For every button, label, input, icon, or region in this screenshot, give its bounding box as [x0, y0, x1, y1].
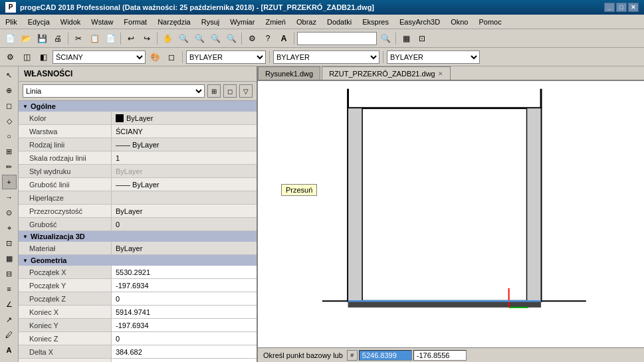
- minimize-button[interactable]: _: [604, 3, 615, 12]
- props-icon1[interactable]: ⊞: [207, 84, 221, 98]
- layer-icon2[interactable]: ◫: [19, 50, 34, 64]
- zoom-window-button[interactable]: 🔍: [192, 31, 207, 46]
- undo-button[interactable]: ↩: [124, 31, 138, 46]
- status-hash-button[interactable]: #: [347, 350, 358, 361]
- lineweight-select[interactable]: BYLAYER: [387, 50, 480, 64]
- menu-wstaw[interactable]: Wstaw: [86, 15, 118, 29]
- plus-tool[interactable]: +: [2, 175, 17, 189]
- close-button[interactable]: ✕: [628, 3, 639, 12]
- help-button[interactable]: ?: [261, 31, 275, 46]
- coord-y-field[interactable]: -176.8556: [413, 350, 467, 361]
- arrow-tool[interactable]: ↗: [2, 312, 17, 327]
- properties-button[interactable]: ⚙: [245, 31, 259, 46]
- prop-przezrocz-value[interactable]: ByLayer: [112, 205, 257, 217]
- menu-widok[interactable]: Widok: [55, 15, 86, 29]
- prop-skala-value[interactable]: 1: [112, 151, 257, 164]
- draw-tool[interactable]: ✏: [2, 159, 17, 174]
- rectangle-select-tool[interactable]: ◻: [2, 98, 17, 113]
- grid-button[interactable]: ▦: [399, 31, 413, 46]
- copy-button[interactable]: 📋: [87, 31, 102, 46]
- hatch-tool[interactable]: ▦: [2, 251, 17, 266]
- poly-select-tool[interactable]: ◇: [2, 114, 17, 128]
- print-button[interactable]: 🖨: [51, 31, 65, 46]
- prop-grub-value[interactable]: 0: [112, 218, 257, 230]
- search-icon[interactable]: 🔍: [378, 31, 393, 46]
- linetype-select[interactable]: BYLAYER: [273, 50, 379, 64]
- prop-delta-y-value[interactable]: 0: [112, 359, 257, 362]
- prop-koniec-y-value[interactable]: -197.6934: [112, 319, 257, 331]
- zoom-extents-button[interactable]: 🔍: [208, 31, 223, 46]
- svg-rect-8: [348, 108, 362, 302]
- ellipse-select-tool[interactable]: ○: [2, 129, 17, 143]
- save-button[interactable]: 💾: [35, 31, 49, 46]
- list-tool[interactable]: ≡: [2, 282, 17, 296]
- section-geometry[interactable]: ▼ Geometria: [19, 255, 257, 266]
- prop-koniec-x-value[interactable]: 5914.9741: [112, 306, 257, 318]
- layer-manager-icon[interactable]: ⚙: [3, 50, 17, 64]
- menu-obraz[interactable]: Obraz: [291, 15, 322, 29]
- snap-tool[interactable]: ⊞: [2, 144, 17, 159]
- prop-delta-x-value[interactable]: 384.682: [112, 345, 257, 358]
- color-select[interactable]: BYLAYER: [186, 50, 266, 64]
- menu-dodatki[interactable]: Dodatki: [322, 15, 357, 29]
- prop-hiperlink-value[interactable]: [112, 191, 257, 204]
- redo-button[interactable]: ↪: [140, 31, 154, 46]
- prop-warstwa-value[interactable]: ŚCIANY: [112, 125, 257, 137]
- tab-rzut[interactable]: RZUT_PRZEKRÓ_ZADB21.dwg ✕: [322, 66, 451, 80]
- section-viz3d[interactable]: ▼ Wizualizacja 3D: [19, 231, 257, 242]
- move-tool[interactable]: →: [2, 190, 17, 205]
- text-tool[interactable]: A: [2, 343, 17, 357]
- paste-button[interactable]: 📄: [103, 31, 118, 46]
- layer-color-btn[interactable]: 🎨: [148, 50, 162, 64]
- prop-material-value[interactable]: ByLayer: [112, 242, 257, 254]
- menu-format[interactable]: Format: [118, 15, 152, 29]
- block-tool[interactable]: ⊡: [2, 236, 17, 250]
- section-general[interactable]: ▼ Ogólne: [19, 101, 257, 112]
- layer-select[interactable]: ŚCIANY: [53, 50, 146, 64]
- entity-type-select[interactable]: Linia: [23, 84, 205, 98]
- menu-wymiar[interactable]: Wymiar: [225, 15, 260, 29]
- drawing-canvas[interactable]: Przesuń: [258, 81, 644, 347]
- menu-rysuj[interactable]: Rysuj: [196, 15, 225, 29]
- prop-koniec-z-value[interactable]: 0: [112, 332, 257, 345]
- menu-narzedzia[interactable]: Narzędzia: [152, 15, 196, 29]
- circle-tool[interactable]: ⊙: [2, 205, 17, 220]
- menu-easyarch3d[interactable]: EasyArch3D: [394, 15, 445, 29]
- prop-poczatek-z-value[interactable]: 0: [112, 292, 257, 305]
- pen-tool[interactable]: 🖊: [2, 327, 17, 342]
- prop-kolor-value[interactable]: ByLayer: [112, 112, 257, 124]
- search-input[interactable]: [297, 32, 377, 45]
- prop-poczatek-y-value[interactable]: -197.6934: [112, 279, 257, 292]
- tab-rzut-close[interactable]: ✕: [438, 70, 443, 77]
- coord-x-field[interactable]: 5246.8399: [359, 350, 412, 361]
- open-button[interactable]: 📂: [19, 31, 33, 46]
- props-icon2[interactable]: ◻: [223, 84, 237, 98]
- layer-btn2[interactable]: ◻: [164, 50, 179, 64]
- prop-styl-value[interactable]: ByLayer: [112, 165, 257, 177]
- zoom-prev-button[interactable]: 🔍: [224, 31, 239, 46]
- menu-edycja[interactable]: Edycja: [23, 15, 55, 29]
- tab-rysunek1[interactable]: Rysunek1.dwg: [258, 66, 320, 80]
- menu-zmien[interactable]: Zmień: [260, 15, 291, 29]
- menu-pomoc[interactable]: Pomoc: [473, 15, 506, 29]
- menu-plik[interactable]: Plik: [0, 15, 23, 29]
- menu-ekspres[interactable]: Ekspres: [357, 15, 394, 29]
- select-tool[interactable]: ↖: [2, 68, 17, 82]
- cut-button[interactable]: ✂: [71, 31, 86, 46]
- angle-tool[interactable]: ∠: [2, 297, 17, 312]
- pan-button[interactable]: ✋: [160, 31, 175, 46]
- prop-poczatek-x-value[interactable]: 5530.2921: [112, 266, 257, 278]
- layer-icon3[interactable]: ◧: [36, 50, 51, 64]
- zoom-button[interactable]: 🔍: [176, 31, 191, 46]
- menu-okno[interactable]: Okno: [445, 15, 473, 29]
- crosshair-tool[interactable]: ⊕: [2, 83, 17, 98]
- snap-settings-button[interactable]: ⊡: [415, 31, 429, 46]
- subtract-tool[interactable]: ⊟: [2, 266, 17, 281]
- target-tool[interactable]: ⌖: [2, 221, 17, 235]
- prop-grub-linii-value[interactable]: —— ByLayer: [112, 178, 257, 191]
- maximize-button[interactable]: □: [616, 3, 627, 12]
- new-button[interactable]: 📄: [3, 31, 17, 46]
- text-button[interactable]: A: [276, 31, 291, 46]
- prop-rodzaj-linii-value[interactable]: —— ByLayer: [112, 138, 257, 151]
- props-filter-icon[interactable]: ▽: [239, 84, 253, 98]
